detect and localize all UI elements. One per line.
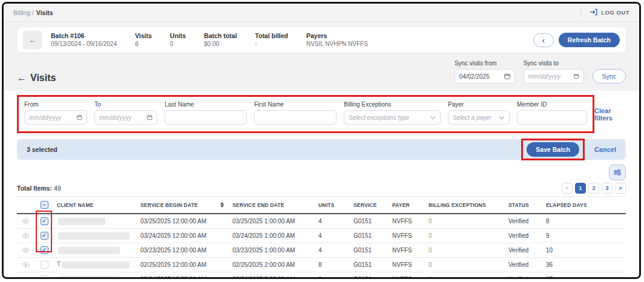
row-eye-cell xyxy=(17,258,34,272)
row-eye-cell xyxy=(17,243,34,258)
select-all-checkbox[interactable]: – xyxy=(41,201,48,209)
billing-exceptions-placeholder: Select exceptions type xyxy=(349,114,409,121)
batch-visits-value: 8 xyxy=(135,40,152,48)
cell-status: Verified xyxy=(506,229,544,243)
payer-select[interactable]: Select a payer xyxy=(448,110,510,125)
member-id-input[interactable] xyxy=(517,110,587,125)
col-service-begin-date[interactable]: SERVICE BEGIN DATE xyxy=(138,197,230,214)
eye-icon[interactable] xyxy=(22,218,30,224)
first-name-field[interactable] xyxy=(259,114,332,121)
cell-units: 4 xyxy=(316,214,351,229)
row-checkbox[interactable]: ✓ xyxy=(41,246,48,254)
cell-payer: NVFFS xyxy=(390,272,426,280)
eye-icon[interactable] xyxy=(22,277,30,279)
back-arrow-icon[interactable]: ← xyxy=(17,73,27,84)
breadcrumb[interactable]: Billing / xyxy=(13,9,34,16)
first-name-input[interactable] xyxy=(254,110,337,125)
billing-exceptions-select[interactable]: Select exceptions type xyxy=(344,110,441,125)
clear-filters-link[interactable]: Clear filters xyxy=(594,107,613,122)
row-checkbox[interactable]: ✓ xyxy=(41,217,48,225)
col-service-end-date[interactable]: SERVICE END DATE xyxy=(230,197,316,214)
eye-column-header xyxy=(17,197,34,214)
cell-units: 8 xyxy=(316,272,351,280)
sync-to-field[interactable] xyxy=(528,73,571,80)
page-button-3[interactable]: 3 xyxy=(602,183,613,194)
filter-from-field[interactable] xyxy=(29,114,74,121)
cell-elapsed-days: 8 xyxy=(544,214,626,229)
page-button-1[interactable]: 1 xyxy=(575,183,586,194)
eye-icon[interactable] xyxy=(22,262,30,267)
client-name-redaction xyxy=(58,218,105,225)
cell-service: G0151 xyxy=(351,272,390,280)
cell-service: G0151 xyxy=(351,229,390,243)
col-client-name[interactable]: CLIENT NAME xyxy=(54,197,138,214)
last-name-input[interactable] xyxy=(165,110,247,125)
cancel-button[interactable]: Cancel xyxy=(594,146,616,153)
row-checkbox-cell: ✓ xyxy=(34,214,54,229)
cell-client-name xyxy=(54,243,138,258)
row-checkbox[interactable] xyxy=(41,275,48,279)
col-elapsed-days[interactable]: ELAPSED DAYS xyxy=(544,197,626,214)
row-checkbox[interactable]: ✓ xyxy=(41,232,48,240)
header-section: ← Batch #106 09/13/2024 - 09/16/2024 Vis… xyxy=(4,22,639,91)
visits-table-wrap: – CLIENT NAME SERVICE BEGIN DATE SERVICE… xyxy=(17,196,626,279)
cell-units: 4 xyxy=(316,243,351,258)
sync-from-input[interactable]: 04/02/2025 xyxy=(455,69,515,84)
cell-elapsed-days: 10 xyxy=(544,243,626,258)
col-service[interactable]: SERVICE xyxy=(351,197,390,214)
topbar-divider xyxy=(580,8,581,17)
sort-icon[interactable] xyxy=(220,202,224,208)
page-button-<[interactable]: < xyxy=(562,183,573,194)
page-button-2[interactable]: 2 xyxy=(588,183,599,194)
col-units[interactable]: UNITS xyxy=(316,197,351,214)
col-status[interactable]: STATUS xyxy=(506,197,544,214)
logout-icon xyxy=(590,8,597,17)
filter-from-input[interactable] xyxy=(24,110,87,125)
app-window: Billing / Visits LOG OUT ← Batch #106 09… xyxy=(2,2,641,279)
total-billed-label: Total billed xyxy=(255,31,288,40)
back-arrow-icon[interactable]: ← xyxy=(23,31,42,49)
cell-billing-exceptions: 0 xyxy=(426,243,506,258)
col-payer[interactable]: PAYER xyxy=(390,197,426,214)
cell-units: 8 xyxy=(316,258,351,272)
table-row: ✓ 03/25/2025 12:00:00 AM 03/25/2025 1:00… xyxy=(17,214,626,229)
refresh-batch-button[interactable]: Refresh Batch xyxy=(559,33,620,47)
col-billing-exceptions[interactable]: BILLING EXCEPTIONS xyxy=(426,197,506,214)
calendar-icon xyxy=(574,73,579,79)
eye-icon[interactable] xyxy=(22,233,30,238)
chevron-left-icon[interactable]: ‹ xyxy=(533,33,554,47)
payers-value: NVSIL NVHPN NVFFS xyxy=(306,40,368,48)
eye-icon[interactable] xyxy=(22,248,30,253)
total-items-label: Total Items: xyxy=(17,185,52,192)
last-name-field[interactable] xyxy=(169,114,242,121)
sync-to-label: Sync visits to xyxy=(524,60,584,67)
cell-units: 4 xyxy=(316,229,351,243)
cell-payer: NVFFS xyxy=(390,229,426,243)
cell-service-begin: 03/24/2025 12:00:00 AM xyxy=(138,229,230,243)
page-title: ← Visits xyxy=(17,73,56,84)
row-checkbox[interactable] xyxy=(41,261,48,269)
chevron-down-icon xyxy=(499,114,504,119)
filter-to-input[interactable] xyxy=(94,110,157,125)
row-eye-cell xyxy=(17,214,34,229)
column-settings-button[interactable] xyxy=(609,165,626,180)
billing-exceptions-label: Billing Exceptions xyxy=(344,101,441,108)
chevron-down-icon xyxy=(430,114,435,119)
sync-to-input[interactable] xyxy=(524,69,584,84)
filter-to-field[interactable] xyxy=(99,114,145,121)
pagination: <123> xyxy=(562,183,626,194)
save-batch-button[interactable]: Save Batch xyxy=(527,142,579,157)
cell-billing-exceptions: 0 xyxy=(426,272,506,280)
cell-service: G0151 xyxy=(351,243,390,258)
sliders-icon xyxy=(613,169,622,176)
logout-button[interactable]: LOG OUT xyxy=(590,8,629,17)
member-id-field[interactable] xyxy=(522,114,582,121)
cell-service-end: 02/24/2025 2:00:00 AM xyxy=(230,272,316,280)
cell-client-name xyxy=(54,272,138,280)
batch-total-label: Batch total xyxy=(204,31,237,40)
visits-table: – CLIENT NAME SERVICE BEGIN DATE SERVICE… xyxy=(17,196,626,279)
cell-payer: NVFFS xyxy=(390,258,426,272)
sync-button[interactable]: Sync xyxy=(593,69,626,84)
page-button->[interactable]: > xyxy=(615,183,626,194)
visits-table-body: ✓ 03/25/2025 12:00:00 AM 03/25/2025 1:00… xyxy=(17,214,626,279)
